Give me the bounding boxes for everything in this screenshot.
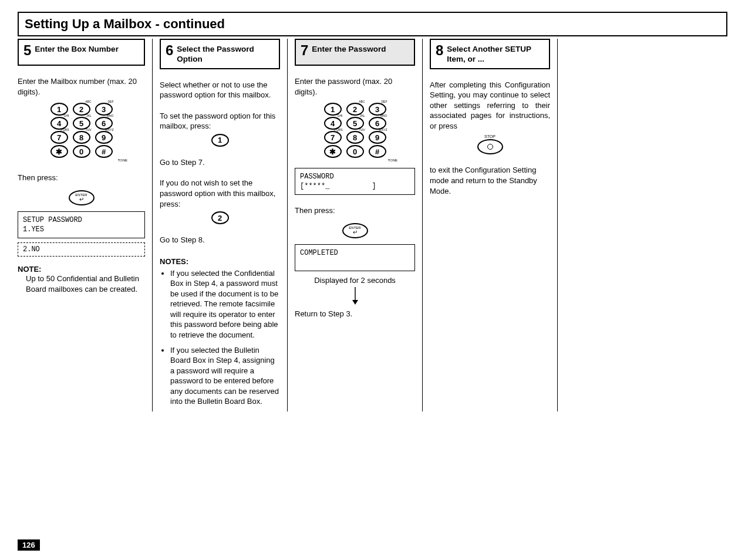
- step-5-header: 5 Enter the Box Number: [18, 39, 145, 66]
- displayed-2-seconds: Displayed for 2 seconds: [295, 276, 415, 285]
- step-8-title: Select Another SETUP Item, or ...: [447, 43, 544, 65]
- enter-arrow-icon: ↵: [353, 230, 358, 235]
- step-5: 5 Enter the Box Number Enter the Mailbox…: [18, 39, 153, 411]
- step-5-title: Enter the Box Number: [35, 43, 119, 55]
- tone-label: TONE: [295, 158, 415, 162]
- note-item: If you selected the Confidential Box in …: [170, 268, 280, 340]
- enter-arrow-icon: ↵: [79, 197, 84, 203]
- page-title: Setting Up a Mailbox - continued: [18, 12, 727, 36]
- key-7: 7PQRS: [324, 131, 342, 144]
- step-6-goto8: Go to Step 8.: [160, 235, 280, 245]
- stop-button-icon: [477, 139, 503, 154]
- stop-inner-icon: [487, 144, 493, 150]
- step-7-number: 7: [301, 43, 308, 58]
- key-star: ✱: [324, 145, 342, 158]
- stop-label: STOP: [430, 134, 550, 139]
- notes-list: If you selected the Confidential Box in …: [160, 268, 280, 407]
- enter-button-icon: ENTER ↵: [69, 190, 95, 205]
- step-5-then-press: Then press:: [18, 173, 145, 183]
- step-6-p3: If you do not wish to set the password o…: [160, 178, 280, 209]
- step-7-then-press: Then press:: [295, 205, 415, 216]
- note-heading: NOTE:: [18, 265, 145, 274]
- step-6: 6 Select the Password Option Select whet…: [153, 39, 288, 411]
- steps-row: 5 Enter the Box Number Enter the Mailbox…: [18, 39, 727, 411]
- lcd-completed: COMPLETED: [295, 244, 415, 271]
- step-8-number: 8: [436, 43, 443, 58]
- step-7-p1: Enter the password (max. 20 digits).: [295, 76, 415, 97]
- step-7: 7 Enter the Password Enter the password …: [288, 39, 423, 411]
- step-6-goto7: Go to Step 7.: [160, 157, 280, 168]
- key-2-single: 2: [211, 211, 229, 224]
- svg-marker-1: [352, 300, 358, 305]
- step-6-number: 6: [166, 43, 173, 58]
- enter-button-icon: ENTER ↵: [342, 223, 368, 238]
- key-7: 7PQRS: [50, 131, 68, 144]
- step-6-title: Select the Password Option: [177, 43, 274, 65]
- key-star: ✱: [50, 145, 68, 158]
- step-8-p2: to exit the Configuration Setting mode a…: [430, 165, 550, 196]
- step-7-title: Enter the Password: [312, 43, 386, 55]
- step-5-number: 5: [23, 43, 31, 58]
- return-step3: Return to Step 3.: [295, 309, 415, 319]
- step-6-p2: To set the password option for this mail…: [160, 111, 280, 131]
- step-6-p1: Select whether or not to use the passwor…: [160, 80, 280, 100]
- key-0: 0: [346, 145, 364, 158]
- key-9: 9WXYZ: [369, 131, 386, 144]
- step-8: 8 Select Another SETUP Item, or ... Afte…: [423, 39, 558, 411]
- notes-heading: NOTES:: [160, 257, 280, 266]
- key-hash: #: [95, 145, 113, 158]
- keypad-step7: 1 2ABC 3DEF 4GHI 5JKL 6MNO 7PQRS 8TUV 9W…: [295, 103, 415, 162]
- lcd-option-no: 2.NO: [18, 242, 145, 257]
- step-8-p1: After completing this Configuration Sett…: [430, 80, 550, 131]
- tone-label: TONE: [18, 158, 145, 162]
- step-8-header: 8 Select Another SETUP Item, or ...: [430, 39, 550, 69]
- step-6-header: 6 Select the Password Option: [160, 39, 280, 69]
- arrow-down-icon: [295, 287, 415, 306]
- keypad-step5: 1 2ABC 3DEF 4GHI 5JKL 6MNO 7PQRS 8TUV 9W…: [18, 103, 145, 162]
- key-8: 8TUV: [73, 131, 90, 144]
- lcd-password: PASSWORD [*****_ ]: [295, 168, 415, 195]
- note-body: Up to 50 Confidential and Bulletin Board…: [18, 274, 145, 294]
- key-hash: #: [369, 145, 386, 158]
- key-9: 9WXYZ: [95, 131, 113, 144]
- key-0: 0: [73, 145, 90, 158]
- note-item: If you selected the Bulletin Board Box i…: [170, 345, 280, 407]
- step-5-p1: Enter the Mailbox number (max. 20 digits…: [18, 76, 145, 97]
- step-7-header: 7 Enter the Password: [295, 39, 415, 66]
- key-1-single: 1: [211, 134, 229, 147]
- lcd-setup-password: SETUP PASSWORD 1.YES: [18, 211, 145, 238]
- key-8: 8TUV: [346, 131, 364, 144]
